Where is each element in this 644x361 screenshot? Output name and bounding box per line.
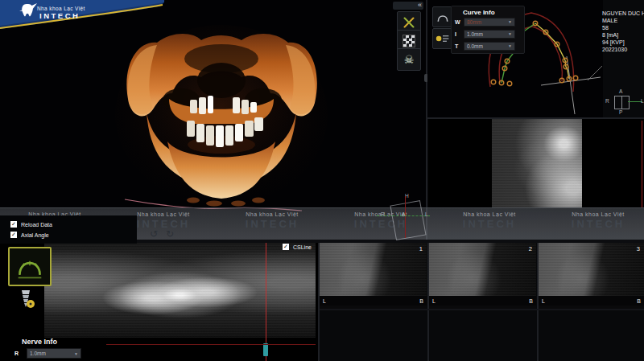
curve-interval-label: I [455, 31, 460, 37]
curve-thickness-label: T [455, 43, 460, 49]
nerve-side-label: R [14, 351, 19, 356]
axial-angle-label: Axial Angle [21, 232, 49, 238]
csline-label: CSLine [293, 244, 312, 250]
slice-buccal-label: B [529, 298, 533, 304]
cross-section-image[interactable] [429, 243, 536, 296]
rotate-right-button[interactable]: ↻ [166, 228, 174, 240]
nerve-info-divider [106, 344, 316, 345]
dropdown-arrow-icon: ▼ [508, 43, 512, 48]
slice-buccal-label: B [419, 298, 423, 304]
orientation3d-box[interactable] [390, 200, 426, 240]
sagittal-slice-image[interactable] [492, 119, 582, 207]
panoramic-image[interactable] [44, 243, 316, 338]
toolbar-collapse-button[interactable]: « [393, 2, 423, 10]
axes-a-label: A [619, 88, 622, 94]
orientation3d-l-label: L [425, 211, 428, 217]
implant-icon [15, 289, 36, 310]
slice-number: 2 [529, 245, 532, 252]
skull-icon: ☠ [404, 53, 415, 66]
axes-r-label: R [605, 98, 609, 104]
patient-age: 58 [602, 24, 644, 31]
dropdown-arrow-icon: ▼ [508, 19, 512, 24]
crossed-tools-icon [402, 15, 416, 30]
curve-width-dropdown[interactable]: 80mm ▼ [464, 18, 515, 27]
slice-left-label: L [432, 298, 436, 304]
cross-section-image[interactable] [320, 243, 427, 296]
dental-cbct-app: Nha khoa Lạc Việt INTECH H R A L « ☠ [0, 0, 644, 361]
slice-left-label: L [323, 298, 326, 304]
tube-current: 8 [mA] [602, 31, 644, 39]
clinic-logo [0, 0, 173, 47]
tube-voltage: 94 [KVP] [602, 39, 644, 46]
logo-clinic-name: Nha khoa Lạc Việt [37, 6, 85, 11]
nerve-info-title: Nerve Info [22, 338, 57, 346]
patient-info: NGUYEN DUC HA MALE 58 8 [mA] 94 [KVP] 20… [602, 10, 644, 53]
arch-icon [436, 10, 450, 23]
reload-data-checkbox[interactable]: ✓ [10, 221, 17, 228]
curve-thickness-dropdown[interactable]: 0.0mm ▼ [464, 42, 515, 51]
orientation3d-r-label: R [381, 211, 385, 217]
nerve-list-icon [436, 32, 450, 45]
curve-info-panel: Curve Info W 80mm ▼ I 1.0mm ▼ T 0.0mm ▼ [451, 6, 525, 54]
orientation3d-vertical-axis [405, 196, 406, 238]
dropdown-arrow-icon: ▼ [74, 351, 78, 356]
slice-left-label: L [542, 298, 545, 304]
skull-volume-button[interactable]: ☠ [397, 48, 421, 71]
pano-arch-tool-button[interactable] [8, 247, 52, 286]
cross-section-view-3[interactable]: 3 L B [539, 243, 644, 309]
checkerboard-icon [402, 35, 415, 47]
csline-checkbox[interactable]: ✓ [283, 244, 289, 250]
implant-tool-button[interactable] [14, 288, 38, 310]
logo-brand-name: INTECH [39, 11, 80, 20]
curve-info-title: Curve Info [463, 9, 495, 16]
orientation3d-a-label: A [402, 211, 405, 217]
axes-p-label: P [619, 109, 622, 115]
axial-angle-checkbox[interactable]: ✓ [10, 232, 17, 238]
cross-section-image[interactable] [539, 243, 644, 296]
slice-buccal-label: B [637, 298, 641, 304]
axes-l-label: L [641, 98, 644, 104]
slice-number: 1 [419, 245, 423, 252]
rotate-left-button[interactable]: ↺ [150, 228, 158, 240]
slice-number: 3 [637, 245, 640, 252]
nerve-slider-handle[interactable] [263, 343, 268, 356]
view-options-backdrop [0, 215, 137, 244]
cs-position-line-right [642, 121, 642, 207]
skull-volume-render[interactable] [113, 23, 330, 211]
dropdown-arrow-icon: ▼ [508, 31, 512, 36]
patient-sex: MALE [602, 17, 644, 24]
curve-width-label: W [455, 19, 460, 25]
cross-section-view-1[interactable]: 1 L B [320, 243, 427, 309]
reload-data-label: Reload Data [21, 222, 52, 228]
nerve-diameter-dropdown[interactable]: 1.0mm ▼ [27, 348, 81, 359]
cross-section-view-2[interactable]: 2 L B [429, 243, 536, 309]
axes-box [614, 96, 630, 109]
patient-name: NGUYEN DUC HA [602, 10, 644, 17]
curve-interval-dropdown[interactable]: 1.0mm ▼ [464, 30, 515, 39]
dental-arch-icon [14, 253, 46, 281]
study-date: 20221030 [602, 46, 644, 53]
